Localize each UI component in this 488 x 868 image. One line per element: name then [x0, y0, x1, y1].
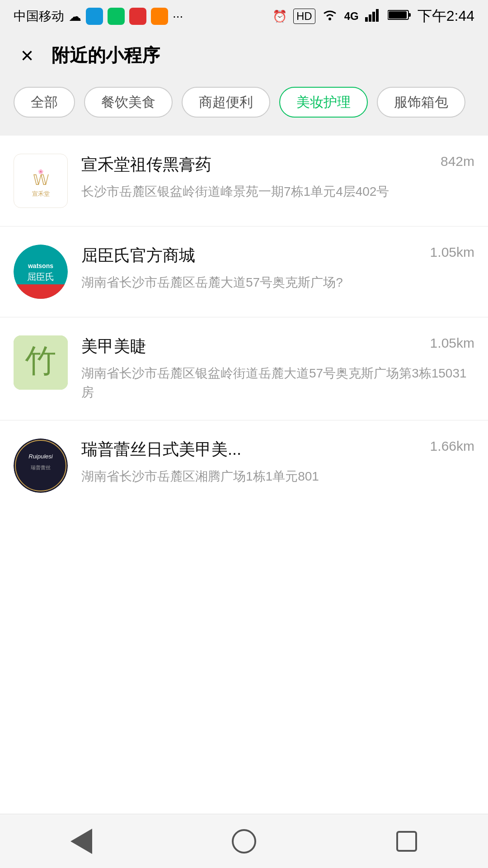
- hd-badge: HD: [293, 9, 315, 24]
- status-right: ⏰ HD 4G 下午2:44: [272, 6, 474, 26]
- list-item[interactable]: 竹 美甲美睫1.05km湖南省长沙市岳麓区银盆岭街道岳麓大道57号奥克斯广场第3…: [0, 317, 488, 420]
- svg-point-0: [328, 18, 331, 20]
- close-button[interactable]: ×: [14, 42, 41, 69]
- item-address-2: 湖南省长沙市岳麓区岳麓大道57号奥克斯广场?: [81, 273, 474, 292]
- item-info-1: 宣禾堂祖传黑膏药842m长沙市岳麓区银盆岭街道峰景苑一期7栋1单元4层402号: [81, 154, 474, 201]
- app-icon-1: [86, 8, 103, 25]
- wifi-icon: [322, 9, 338, 24]
- item-header-3: 美甲美睫1.05km: [81, 335, 474, 358]
- svg-rect-3: [372, 12, 375, 22]
- item-header-1: 宣禾堂祖传黑膏药842m: [81, 154, 474, 176]
- app-icon-3: [129, 8, 146, 25]
- list-item[interactable]: watsons 屈臣氏 屈臣氏官方商城1.05km湖南省长沙市岳麓区岳麓大道57…: [0, 226, 488, 317]
- item-address-3: 湖南省长沙市岳麓区银盆岭街道岳麓大道57号奥克斯广场第3栋15031房: [81, 364, 474, 402]
- home-icon: [232, 829, 256, 854]
- item-logo-4: Ruipulesi 瑞普蕾丝: [14, 439, 68, 493]
- list-item[interactable]: 🌸 𝕎 宣禾堂 宣禾堂祖传黑膏药842m长沙市岳麓区银盆岭街道峰景苑一期7栋1单…: [0, 136, 488, 226]
- page-title: 附近的小程序: [52, 43, 160, 68]
- filter-tag-all[interactable]: 全部: [14, 87, 75, 118]
- svg-rect-2: [369, 14, 371, 22]
- list-item[interactable]: Ruipulesi 瑞普蕾丝 瑞普蕾丝日式美甲美...1.66km湖南省长沙市岳…: [0, 420, 488, 511]
- status-bar: 中国移动 ☁ ··· ⏰ HD 4G: [0, 0, 488, 33]
- carrier-label: 中国移动: [14, 8, 64, 25]
- svg-text:𝕎: 𝕎: [33, 172, 49, 188]
- signal-4g-icon: 4G: [344, 10, 359, 23]
- svg-rect-4: [376, 9, 379, 22]
- item-logo-2: watsons 屈臣氏: [14, 245, 68, 299]
- item-name-4: 瑞普蕾丝日式美甲美...: [81, 439, 421, 461]
- filter-tag-food[interactable]: 餐饮美食: [84, 87, 173, 118]
- item-info-2: 屈臣氏官方商城1.05km湖南省长沙市岳麓区岳麓大道57号奥克斯广场?: [81, 245, 474, 292]
- app-icon-2: [108, 8, 125, 25]
- status-left: 中国移动 ☁ ···: [14, 8, 183, 25]
- svg-rect-12: [14, 284, 68, 299]
- svg-rect-1: [365, 17, 368, 22]
- item-distance-4: 1.66km: [430, 439, 474, 454]
- item-name-2: 屈臣氏官方商城: [81, 245, 421, 267]
- weather-icon: ☁: [69, 9, 81, 24]
- home-button[interactable]: [226, 823, 262, 859]
- item-info-3: 美甲美睫1.05km湖南省长沙市岳麓区银盆岭街道岳麓大道57号奥克斯广场第3栋1…: [81, 335, 474, 402]
- item-info-4: 瑞普蕾丝日式美甲美...1.66km湖南省长沙市岳麓区湘腾广场1栋1单元801: [81, 439, 474, 486]
- bottom-nav: [0, 814, 488, 868]
- filter-tag-clothing[interactable]: 服饰箱包: [377, 87, 465, 118]
- item-logo-3: 竹: [14, 335, 68, 390]
- nav-bar: × 附近的小程序: [0, 33, 488, 78]
- alarm-icon: ⏰: [272, 9, 287, 24]
- svg-text:屈臣氏: 屈臣氏: [27, 272, 54, 282]
- item-header-2: 屈臣氏官方商城1.05km: [81, 245, 474, 267]
- battery-icon: [388, 9, 411, 24]
- item-header-4: 瑞普蕾丝日式美甲美...1.66km: [81, 439, 474, 461]
- svg-text:瑞普蕾丝: 瑞普蕾丝: [31, 465, 51, 470]
- back-button[interactable]: [63, 823, 99, 859]
- filter-tag-beauty[interactable]: 美妆护理: [279, 87, 368, 118]
- filter-area: 全部餐饮美食商超便利美妆护理服饰箱包: [0, 78, 488, 131]
- item-address-1: 长沙市岳麓区银盆岭街道峰景苑一期7栋1单元4层402号: [81, 182, 474, 201]
- filter-tag-supermarket[interactable]: 商超便利: [182, 87, 270, 118]
- signal-bars-icon: [365, 8, 381, 25]
- item-address-4: 湖南省长沙市岳麓区湘腾广场1栋1单元801: [81, 467, 474, 486]
- time-label: 下午2:44: [418, 6, 474, 26]
- recents-icon: [396, 831, 417, 852]
- item-logo-1: 🌸 𝕎 宣禾堂: [14, 154, 68, 208]
- svg-text:watsons: watsons: [28, 262, 53, 269]
- svg-rect-7: [389, 11, 407, 19]
- back-icon: [70, 829, 92, 854]
- more-icon: ···: [173, 9, 183, 24]
- item-distance-2: 1.05km: [430, 245, 474, 260]
- svg-text:宣禾堂: 宣禾堂: [32, 190, 50, 197]
- item-distance-3: 1.05km: [430, 335, 474, 351]
- svg-text:Ruipulesi: Ruipulesi: [28, 453, 53, 460]
- svg-rect-6: [408, 13, 411, 17]
- item-distance-1: 842m: [441, 154, 474, 169]
- svg-text:竹: 竹: [25, 344, 56, 378]
- item-name-1: 宣禾堂祖传黑膏药: [81, 154, 432, 176]
- content-list: 🌸 𝕎 宣禾堂 宣禾堂祖传黑膏药842m长沙市岳麓区银盆岭街道峰景苑一期7栋1单…: [0, 136, 488, 814]
- recents-button[interactable]: [389, 823, 425, 859]
- item-name-3: 美甲美睫: [81, 335, 421, 358]
- app-icon-4: [151, 8, 168, 25]
